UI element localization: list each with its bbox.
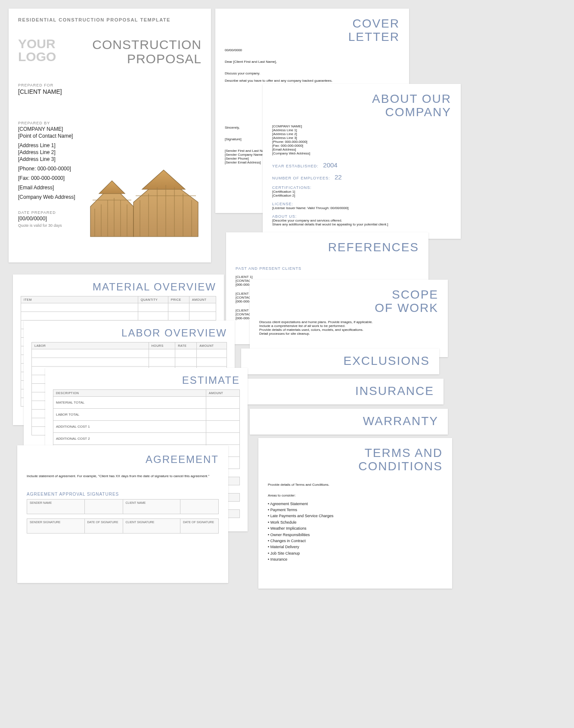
- page-terms: TERMS ANDCONDITIONS Provide details of T…: [258, 438, 452, 589]
- about-addr2: [Address Line 2]: [272, 132, 371, 136]
- about-fax: [Fax: 000-000-0000]: [272, 144, 371, 148]
- contact-name: [Point of Contact Name]: [18, 133, 202, 139]
- sig-title: AGREEMENT APPROVAL SIGNATURES: [27, 492, 219, 497]
- ref-sub: PAST AND PRESENT CLIENTS: [236, 266, 419, 271]
- addr1: [Address Line 1]: [18, 142, 202, 148]
- section-title: SCOPEOF WORK: [259, 288, 438, 315]
- cert-label: CERTIFICATIONS:: [272, 185, 451, 190]
- terms-bullets: • Agreement Statement• Payment Terms• La…: [268, 501, 443, 563]
- addr2: [Address Line 2]: [18, 149, 202, 155]
- signature-table: SENDER NAMECLIENT NAME: [27, 499, 219, 514]
- company-name: [COMPANY NAME]: [18, 126, 202, 132]
- page-insurance: INSURANCE: [245, 379, 444, 404]
- prepared-for-label: PREPARED FOR: [18, 83, 202, 87]
- aboutus2: Share any additional details that would …: [272, 222, 451, 226]
- section-title: COVERLETTER: [225, 17, 400, 44]
- about-email: [Email Address]: [272, 148, 371, 151]
- page-cover: RESIDENTIAL CONSTRUCTION PROPOSAL TEMPLA…: [9, 9, 211, 262]
- page-warranty: WARRANTY: [250, 409, 448, 435]
- section-title: EXCLUSIONS: [251, 355, 430, 368]
- aboutus1: [Describe your company and services offe…: [272, 219, 451, 222]
- cl-salutation: Dear [Client First and Last Name],: [225, 60, 400, 64]
- cl-date: 00/00/0000: [225, 48, 400, 52]
- section-title: TERMS ANDCONDITIONS: [268, 447, 443, 473]
- cert2: [Certification 2]: [272, 194, 451, 197]
- cl-line2: Describe what you have to offer and any …: [225, 79, 400, 83]
- section-title: INSURANCE: [255, 385, 434, 398]
- proposal-title: CONSTRUCTIONPROPOSAL: [65, 37, 202, 66]
- section-title: MATERIAL OVERVIEW: [21, 281, 216, 293]
- scope-l2: Include a comprehensive list of all work…: [259, 324, 438, 328]
- year-value: 2004: [323, 161, 337, 169]
- year-label: YEAR ESTABLISHED:: [272, 164, 319, 168]
- page-exclusions: EXCLUSIONS: [241, 349, 439, 374]
- cert1: [Certification 1]: [272, 190, 451, 194]
- terms-areas: Areas to consider:: [268, 494, 443, 497]
- section-title: LABOR OVERVIEW: [31, 327, 227, 339]
- about-phone: [Phone: 000-000-0000]: [272, 140, 371, 144]
- aboutus-label: ABOUT US:: [272, 214, 451, 219]
- about-company-name: [COMPANY NAME]: [272, 124, 371, 128]
- lic-label: LICENSE:: [272, 202, 451, 206]
- scope-l4: Detail processes for site cleanup.: [259, 332, 438, 336]
- logo-placeholder: YOURLOGO: [18, 37, 56, 66]
- cl-line1: Discuss your company.: [225, 71, 400, 75]
- section-title: WARRANTY: [259, 415, 438, 428]
- page-agreement: AGREEMENT Include statement of agreement…: [17, 445, 228, 583]
- emp-value: 22: [335, 173, 342, 181]
- section-title: REFERENCES: [236, 241, 419, 254]
- emp-label: NUMBER OF EMPLOYEES:: [272, 176, 330, 180]
- house-framing-image: [86, 159, 207, 250]
- about-addr3: [Address Line 3]: [272, 136, 371, 140]
- ref-c1a: [CLIENT 1]: [236, 275, 419, 279]
- page-about-company: ABOUT OURCOMPANY [COMPANY NAME] [Address…: [263, 84, 461, 239]
- about-addr1: [Address Line 1]: [272, 128, 371, 132]
- signature-table-2: SENDER SIGNATUREDATE OF SIGNATURECLIENT …: [27, 518, 219, 534]
- client-name: [CLIENT NAME]: [18, 88, 202, 95]
- prepared-by-label: PREPARED BY: [18, 121, 202, 125]
- agreement-stmt: Include statement of agreement. For exam…: [27, 474, 219, 479]
- about-web: [Company Web Address]: [272, 151, 371, 155]
- template-header: RESIDENTIAL CONSTRUCTION PROPOSAL TEMPLA…: [18, 17, 202, 22]
- terms-intro: Provide details of Terms and Conditions.: [268, 483, 443, 487]
- scope-l1: Discuss client expectations and home pla…: [259, 320, 438, 324]
- section-title: ABOUT OURCOMPANY: [272, 93, 451, 119]
- section-title: ESTIMATE: [53, 375, 240, 386]
- page-scope: SCOPEOF WORK Discuss client expectations…: [250, 280, 448, 357]
- lic: [License Issuer Name: Valid Through: 00/…: [272, 206, 451, 210]
- scope-l3: Provide details of materials used, color…: [259, 328, 438, 332]
- section-title: AGREEMENT: [27, 454, 219, 465]
